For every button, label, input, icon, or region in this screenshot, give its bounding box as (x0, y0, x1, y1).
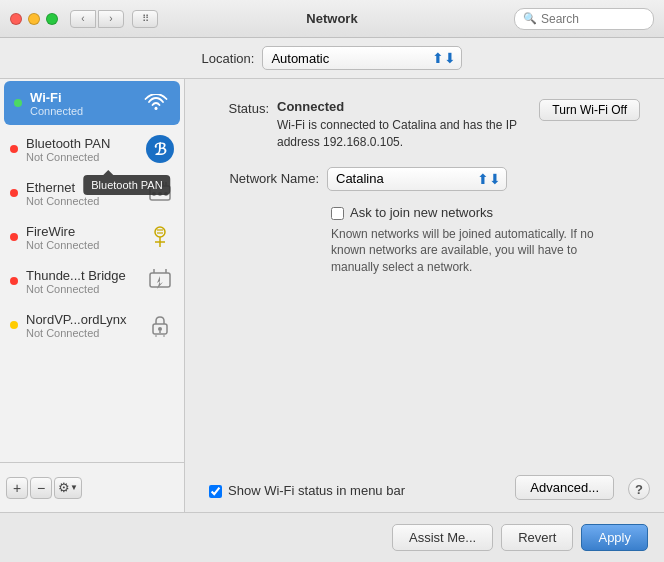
vpn-status-dot (10, 321, 18, 329)
wifi-status-dot (14, 99, 22, 107)
location-bar: Location: Automatic Home Work ⬆⬇ (0, 38, 664, 79)
bt-status: Not Connected (26, 151, 138, 163)
tb-status-dot (10, 277, 18, 285)
network-name-select[interactable]: Catalina Other... (327, 167, 507, 191)
search-icon: 🔍 (523, 12, 537, 25)
maximize-button[interactable] (46, 13, 58, 25)
wifi-status: Connected (30, 105, 134, 117)
firewire-status-dot (10, 233, 18, 241)
wifi-name: Wi-Fi (30, 90, 134, 105)
ask-join-row: Ask to join new networks (331, 205, 640, 220)
ask-join-desc: Known networks will be joined automatica… (331, 226, 621, 276)
turn-wifi-button[interactable]: Turn Wi-Fi Off (539, 99, 640, 121)
titlebar: ‹ › ⠿ Network 🔍 (0, 0, 664, 38)
status-row: Status: Connected Wi-Fi is connected to … (209, 99, 640, 151)
tb-item-text: Thunde...t Bridge Not Connected (26, 268, 138, 295)
vpn-lock-icon (146, 311, 174, 339)
network-name-label: Network Name: (209, 171, 319, 186)
bt-item-text: Bluetooth PAN Not Connected (26, 136, 138, 163)
vpn-status: Not Connected (26, 327, 138, 339)
sidebar: Wi-Fi Connected Bluetooth PAN Not Connec… (0, 79, 185, 512)
minimize-button[interactable] (28, 13, 40, 25)
assist-me-button[interactable]: Assist Me... (392, 524, 493, 551)
gear-icon: ⚙ (58, 480, 70, 495)
show-wifi-label: Show Wi-Fi status in menu bar (228, 483, 405, 498)
right-panel: Status: Connected Wi-Fi is connected to … (185, 79, 664, 512)
status-value: Connected (277, 99, 344, 114)
svg-point-10 (155, 227, 165, 237)
tb-status: Not Connected (26, 283, 138, 295)
wifi-item-text: Wi-Fi Connected (30, 90, 134, 117)
ask-join-checkbox[interactable] (331, 207, 344, 220)
sidebar-item-firewire[interactable]: FireWire Not Connected (0, 215, 184, 259)
network-select-wrapper: Catalina Other... ⬆⬇ (327, 167, 507, 191)
firewire-name: FireWire (26, 224, 138, 239)
ethernet-status-dot (10, 189, 18, 197)
svg-point-9 (164, 192, 168, 196)
bottom-bar: Assist Me... Revert Apply (0, 512, 664, 562)
network-gear-button[interactable]: ⚙ ▼ (54, 477, 82, 499)
revert-button[interactable]: Revert (501, 524, 573, 551)
firewire-icon (146, 223, 174, 251)
show-wifi-checkbox[interactable] (209, 485, 222, 498)
ethernet-item-text: Ethernet Not Connected (26, 180, 138, 207)
ethernet-status: Not Connected (26, 195, 138, 207)
firewire-status: Not Connected (26, 239, 138, 251)
search-box[interactable]: 🔍 (514, 8, 654, 30)
status-label: Status: (209, 99, 269, 116)
svg-point-0 (155, 107, 158, 110)
sidebar-item-bluetooth[interactable]: Bluetooth PAN Not Connected ℬ Bluetooth … (0, 127, 184, 171)
bt-name: Bluetooth PAN (26, 136, 138, 151)
close-button[interactable] (10, 13, 22, 25)
vpn-name: NordVP...ordLynx (26, 312, 138, 327)
ask-join-label: Ask to join new networks (350, 205, 493, 220)
sidebar-item-ethernet[interactable]: Ethernet Not Connected (0, 171, 184, 215)
forward-button[interactable]: › (98, 10, 124, 28)
location-select-wrapper: Automatic Home Work ⬆⬇ (262, 46, 462, 70)
sidebar-item-nordvpn[interactable]: NordVP...ordLynx Not Connected (0, 303, 184, 347)
ethernet-icon (146, 179, 174, 207)
sidebar-controls: + − ⚙ ▼ (0, 462, 185, 512)
help-button[interactable]: ? (628, 478, 650, 500)
advanced-button[interactable]: Advanced... (515, 475, 614, 500)
thunderbolt-icon (146, 267, 174, 295)
svg-point-8 (158, 192, 162, 196)
search-input[interactable] (541, 12, 645, 26)
bt-status-dot (10, 145, 18, 153)
wifi-icon (142, 89, 170, 117)
traffic-lights (10, 13, 58, 25)
gear-chevron-icon: ▼ (70, 483, 78, 492)
vpn-item-text: NordVP...ordLynx Not Connected (26, 312, 138, 339)
bluetooth-icon: ℬ (146, 135, 174, 163)
add-network-button[interactable]: + (6, 477, 28, 499)
ethernet-name: Ethernet (26, 180, 138, 195)
svg-point-20 (158, 327, 162, 331)
sidebar-item-thunderbolt[interactable]: Thunde...t Bridge Not Connected (0, 259, 184, 303)
show-wifi-row: Show Wi-Fi status in menu bar (209, 483, 405, 498)
location-select[interactable]: Automatic Home Work (262, 46, 462, 70)
remove-network-button[interactable]: − (30, 477, 52, 499)
firewire-item-text: FireWire Not Connected (26, 224, 138, 251)
tb-name: Thunde...t Bridge (26, 268, 138, 283)
back-button[interactable]: ‹ (70, 10, 96, 28)
status-content: Connected Wi-Fi is connected to Catalina… (277, 99, 640, 151)
apply-button[interactable]: Apply (581, 524, 648, 551)
nav-buttons: ‹ › (70, 10, 124, 28)
location-label: Location: (202, 51, 255, 66)
status-desc: Wi-Fi is connected to Catalina and has t… (277, 117, 529, 151)
sidebar-item-wifi[interactable]: Wi-Fi Connected (4, 81, 180, 125)
window-title: Network (306, 11, 357, 26)
svg-point-7 (152, 192, 156, 196)
network-name-row: Network Name: Catalina Other... ⬆⬇ (209, 167, 640, 191)
grid-button[interactable]: ⠿ (132, 10, 158, 28)
